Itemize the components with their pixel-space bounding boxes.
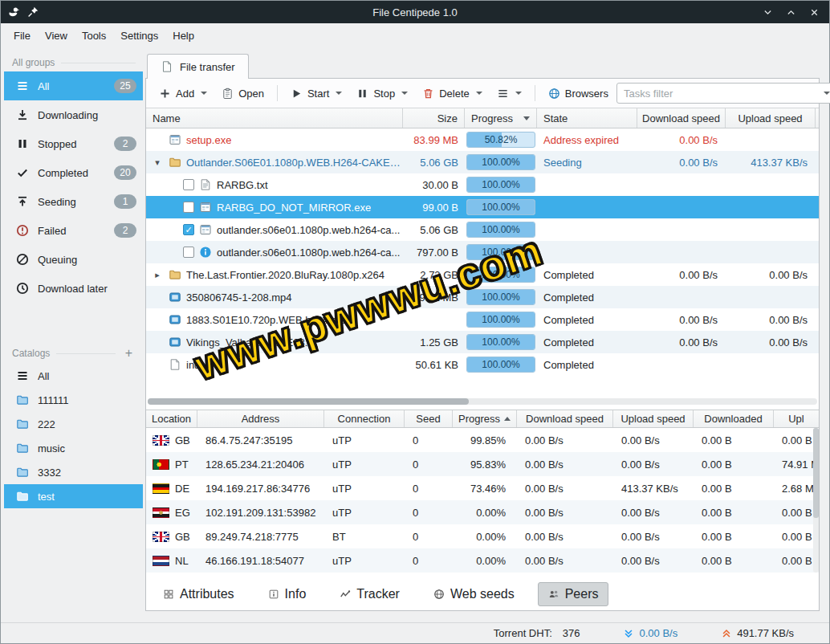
folder-icon (15, 490, 30, 503)
column-peer-progress[interactable]: Progress (453, 410, 517, 427)
toolbar-separator (535, 85, 535, 101)
peer-row[interactable]: GB86.4.75.247:35195uTP099.85%0.00 B/s0.0… (146, 428, 819, 452)
sidebar-item-completed[interactable]: Completed20 (4, 158, 143, 187)
tab-file-transfer[interactable]: File transfer (147, 54, 249, 79)
sidebar-item-all[interactable]: All25 (4, 71, 143, 100)
app-icon (199, 201, 212, 214)
peer-row[interactable]: EG102.191.209.131:53982uTP00.00%0.00 B/s… (146, 500, 819, 524)
task-progress-cell: 100.00% (465, 357, 537, 373)
column-address[interactable]: Address (197, 410, 324, 427)
minimize-icon[interactable] (763, 7, 773, 18)
task-table-header: Name Size Progress State Download speed … (146, 108, 819, 128)
task-row[interactable]: ▾Outlander.S06E01.1080p.WEB.H264-CAKES[r… (146, 151, 819, 173)
peer-uploaded: 2.68 MB (774, 483, 819, 495)
tab-peers[interactable]: Peers (538, 582, 609, 606)
menu-view[interactable]: View (45, 30, 67, 42)
column-upload-speed[interactable]: Upload speed (726, 108, 816, 128)
menu-file[interactable]: File (14, 30, 31, 42)
open-button[interactable]: Open (215, 84, 271, 103)
sidebar-item-downloading[interactable]: Downloading (4, 100, 143, 129)
task-row[interactable]: index50.61 KB100.00%Completed (146, 353, 819, 376)
globe-icon (548, 88, 560, 100)
file-checkbox[interactable] (183, 202, 194, 213)
stop-button[interactable]: Stop (350, 84, 414, 103)
expand-arrow-icon[interactable]: ▸ (151, 270, 164, 280)
peer-uploaded: 0.00 B (774, 507, 819, 519)
file-checkbox[interactable] (183, 179, 194, 190)
tab-attributes[interactable]: Attributes (153, 582, 245, 606)
task-state: Completed (537, 269, 637, 281)
task-row[interactable]: 1883.S01E10.720p.WEB.h264.mp4100.00%Comp… (146, 308, 819, 331)
menu-help[interactable]: Help (173, 30, 194, 42)
menu-settings[interactable]: Settings (120, 30, 158, 42)
column-progress[interactable]: Progress (465, 108, 537, 128)
pin-icon[interactable] (26, 6, 39, 18)
column-download-speed[interactable]: Download speed (637, 108, 726, 128)
tab-info[interactable]: Info (258, 582, 317, 606)
collapse-arrow-icon[interactable]: ▾ (151, 157, 164, 168)
sidebar-item-queuing[interactable]: Queuing (4, 245, 143, 274)
catalog-item-music[interactable]: music (4, 436, 143, 460)
sidebar-item-failed[interactable]: Failed2 (4, 216, 143, 245)
tasks-filter-input[interactable] (617, 88, 818, 100)
peer-row[interactable]: GB89.249.74.218:7775BT00.00%0.00 B/s0.00… (146, 524, 819, 548)
sidebar-item-stopped[interactable]: Stopped2 (4, 129, 143, 158)
trash-icon (422, 88, 434, 100)
column-location[interactable]: Location (146, 410, 197, 427)
catalog-item-3332[interactable]: 3332 (4, 460, 143, 484)
task-row[interactable]: outlander.s06e01.1080p.web.h264-ca...797… (146, 241, 819, 263)
scrollbar-thumb[interactable] (148, 398, 469, 405)
content-frame: Add Open Start Stop (145, 78, 820, 611)
column-downloaded[interactable]: Downloaded (694, 410, 774, 427)
chevron-down-icon (515, 92, 522, 95)
add-catalog-button[interactable]: + (122, 346, 136, 361)
close-icon[interactable] (809, 7, 820, 18)
task-name-cell: setup.exe (146, 133, 403, 146)
column-peer-upload-speed[interactable]: Upload speed (613, 410, 694, 427)
delete-button[interactable]: Delete (416, 84, 489, 103)
filter-dropdown-button[interactable] (818, 84, 830, 103)
catalog-item-222[interactable]: 222 (4, 412, 143, 436)
file-checkbox[interactable] (183, 224, 194, 235)
tab-web-seeds[interactable]: Web seeds (423, 582, 525, 606)
peer-row[interactable]: NL46.166.191.18:54077uTP00.00%0.00 B/s0.… (146, 548, 819, 573)
task-size: 5.06 GB (403, 157, 465, 169)
task-row[interactable]: RARBG_DO_NOT_MIRROR.exe99.00 B100.00% (146, 196, 819, 218)
task-row[interactable]: Vikings_Valhalla_S01E08...1.25 GB100.00%… (146, 331, 819, 353)
column-seed[interactable]: Seed (405, 410, 453, 427)
more-menu-button[interactable] (490, 84, 528, 103)
toolbar-separator (277, 85, 278, 101)
task-row[interactable]: RARBG.txt30.00 B100.00% (146, 173, 819, 196)
column-state[interactable]: State (537, 108, 637, 128)
progress-bar: 100.00% (466, 357, 535, 373)
start-button[interactable]: Start (284, 84, 348, 103)
task-row[interactable]: outlander.s06e01.1080p.web.h264-ca...5.0… (146, 218, 819, 241)
menu-tools[interactable]: Tools (82, 30, 106, 42)
peer-row[interactable]: DE194.169.217.86:34776uTP073.46%0.00 B/s… (146, 476, 819, 500)
scrollbar-thumb[interactable] (813, 428, 819, 518)
add-button[interactable]: Add (153, 84, 214, 103)
column-size[interactable]: Size (403, 108, 465, 128)
peer-row[interactable]: PT128.65.234.21:20406uTP095.83%0.00 B/s0… (146, 452, 819, 476)
catalog-item-test[interactable]: test (4, 484, 143, 508)
task-row[interactable]: setup.exe83.99 MB50.82%Address expired0.… (146, 128, 819, 151)
task-size: 50.61 KB (403, 359, 465, 371)
file-checkbox[interactable] (183, 247, 194, 258)
sidebar-item-label: Completed (38, 167, 106, 179)
sidebar-item-download-later[interactable]: Download later (4, 274, 143, 303)
column-name[interactable]: Name (146, 108, 403, 128)
catalog-item-111111[interactable]: 111111 (4, 388, 143, 412)
sidebar-item-seeding[interactable]: Seeding1 (4, 187, 143, 216)
task-row[interactable]: 350806745-1-208.mp4879.42 MB100.00%Compl… (146, 286, 819, 308)
column-uploaded[interactable]: Upl (774, 410, 819, 427)
country-code: GB (175, 531, 190, 543)
task-row[interactable]: ▸The.Last.Frontier.2020.BluRay.1080p.x26… (146, 263, 819, 286)
horizontal-scrollbar[interactable] (148, 398, 817, 405)
vertical-scrollbar[interactable] (813, 428, 819, 573)
catalog-item-all[interactable]: All (4, 364, 143, 388)
column-peer-download-speed[interactable]: Download speed (517, 410, 613, 427)
tab-tracker[interactable]: Tracker (329, 582, 410, 606)
column-connection[interactable]: Connection (324, 410, 405, 427)
maximize-icon[interactable] (786, 7, 796, 18)
browsers-button[interactable]: Browsers (542, 84, 615, 103)
